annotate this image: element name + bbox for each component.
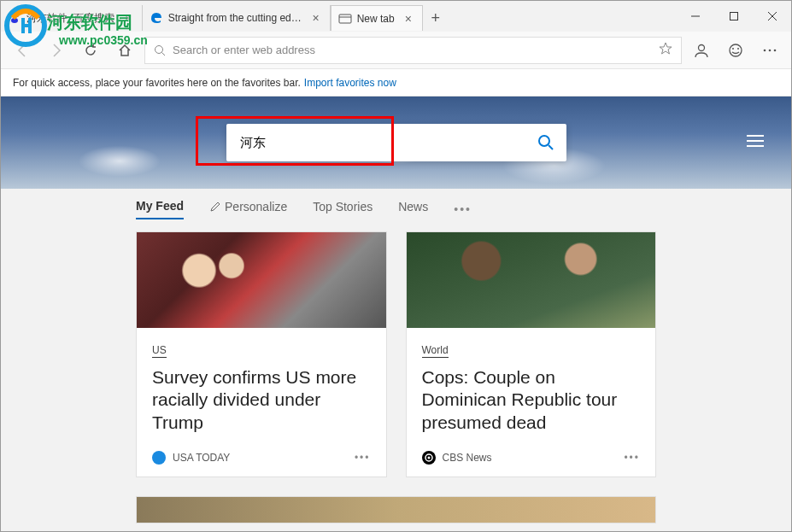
import-favorites-link[interactable]: Import favorites now: [304, 77, 396, 89]
svg-point-5: [15, 14, 19, 17]
close-button[interactable]: [753, 1, 791, 32]
svg-rect-7: [339, 15, 351, 23]
back-button[interactable]: [8, 36, 37, 65]
search-box[interactable]: [226, 124, 566, 161]
svg-point-4: [10, 14, 14, 17]
search-input[interactable]: [226, 136, 525, 150]
card-category[interactable]: US: [152, 344, 167, 358]
svg-point-21: [774, 49, 777, 51]
close-icon[interactable]: ×: [121, 11, 135, 25]
card-title: Survey confirms US more racially divided…: [152, 366, 371, 434]
svg-point-15: [699, 44, 705, 50]
tabstrip: 河东软件_百度搜索 × Straight from the cutting ed…: [1, 1, 676, 32]
navtab-myfeed[interactable]: My Feed: [136, 199, 184, 219]
svg-rect-10: [730, 13, 737, 20]
search-icon: [154, 44, 166, 56]
svg-point-28: [427, 456, 430, 459]
svg-line-23: [549, 145, 553, 149]
feed-grid: US Survey confirms US more racially divi…: [1, 226, 791, 477]
svg-point-6: [11, 18, 18, 23]
minimize-button[interactable]: [676, 1, 714, 32]
source-icon: [152, 451, 166, 465]
titlebar: 河东软件_百度搜索 × Straight from the cutting ed…: [1, 1, 791, 32]
navtab-more[interactable]: •••: [454, 202, 472, 216]
svg-point-13: [155, 45, 163, 53]
favorite-star-icon[interactable]: [659, 42, 672, 58]
hero-menu-icon[interactable]: [747, 134, 764, 151]
favorites-bar: For quick access, place your favorites h…: [1, 69, 791, 96]
news-card-0[interactable]: US Survey confirms US more racially divi…: [136, 231, 387, 477]
navbar: Search or enter web address: [1, 32, 791, 69]
feedback-button[interactable]: [721, 36, 750, 65]
navtab-topstories[interactable]: Top Stories: [313, 200, 373, 219]
svg-point-17: [732, 48, 734, 50]
card-category[interactable]: World: [422, 344, 449, 358]
content-area: My Feed Personalize Top Stories News •••…: [1, 189, 791, 523]
svg-point-22: [539, 136, 549, 146]
card-source: USA TODAY: [173, 452, 230, 464]
window-controls: [676, 1, 791, 32]
home-button[interactable]: [110, 36, 139, 65]
address-bar[interactable]: Search or enter web address: [144, 37, 682, 64]
svg-point-18: [737, 48, 739, 50]
search-submit-icon[interactable]: [525, 133, 566, 152]
svg-point-20: [769, 49, 771, 51]
refresh-button[interactable]: [76, 36, 105, 65]
card-image: [137, 232, 386, 328]
card-image: [407, 232, 656, 328]
card-title: Cops: Couple on Dominican Republic tour …: [422, 366, 641, 434]
hero-section: [1, 96, 791, 189]
card-more-icon[interactable]: •••: [355, 452, 371, 464]
news-card-partial[interactable]: [136, 496, 656, 523]
svg-point-19: [764, 49, 766, 51]
maximize-button[interactable]: [714, 1, 753, 32]
feed-nav: My Feed Personalize Top Stories News •••: [1, 199, 791, 226]
close-icon[interactable]: ×: [402, 12, 415, 26]
svg-point-16: [730, 44, 742, 56]
svg-line-14: [162, 52, 166, 56]
newtab-icon: [338, 12, 352, 26]
favbar-text: For quick access, place your favorites h…: [13, 77, 301, 89]
navtab-news[interactable]: News: [398, 200, 428, 219]
news-card-1[interactable]: World Cops: Couple on Dominican Republic…: [406, 231, 657, 477]
source-icon: [422, 451, 436, 465]
card-more-icon[interactable]: •••: [624, 452, 640, 464]
card-source: CBS News: [443, 452, 492, 464]
tab-0[interactable]: 河东软件_百度搜索 ×: [1, 5, 143, 31]
new-tab-button[interactable]: +: [423, 9, 449, 27]
edge-icon: [150, 11, 163, 25]
pencil-icon: [209, 201, 221, 213]
baidu-icon: [8, 11, 21, 25]
more-button[interactable]: [755, 36, 784, 65]
tab-title: New tab: [357, 13, 395, 25]
address-placeholder: Search or enter web address: [173, 44, 315, 56]
tab-2[interactable]: New tab ×: [331, 5, 423, 31]
tab-title: Straight from the cutting edge: [168, 12, 302, 24]
profile-button[interactable]: [687, 36, 716, 65]
close-icon[interactable]: ×: [309, 11, 323, 25]
navtab-personalize[interactable]: Personalize: [209, 200, 287, 219]
tab-title: 河东软件_百度搜索: [26, 11, 114, 26]
forward-button[interactable]: [42, 36, 71, 65]
tab-1[interactable]: Straight from the cutting edge ×: [143, 5, 331, 31]
